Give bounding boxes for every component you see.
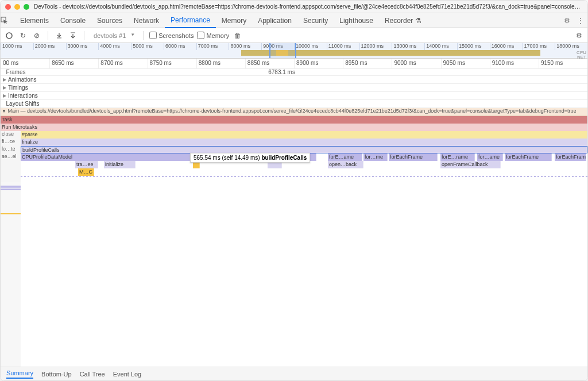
flame-openback[interactable]: open…back [328,161,363,168]
memory-checkbox[interactable]: Memory [197,32,229,39]
chevron-right-icon: ▶ [3,93,6,98]
overview-selection[interactable] [269,43,296,58]
gutter-strips [1,182,21,367]
tab-sources[interactable]: Sources [91,13,128,28]
tab-recorder[interactable]: Recorder ⚗ [379,13,427,28]
clear-button[interactable]: ⊘ [32,30,42,41]
capture-settings-icon[interactable]: ⚙ [574,30,584,41]
flame-finalize[interactable]: finalize [21,138,587,146]
flame-foreach[interactable]: forE…ame [328,153,362,161]
flame-foreach[interactable]: for…ame [477,153,503,161]
interactions-track[interactable]: ▶Interactions [1,92,587,100]
flame-parse[interactable]: #parse [21,131,587,138]
details-pane [1,182,587,367]
tab-application[interactable]: Application [252,13,297,28]
screenshots-checkbox[interactable]: Screenshots [149,32,194,39]
flame-chart[interactable]: close fi…ce lo…te se…el Task Run Microta… [1,116,587,182]
devtools-tabs: Elements Console Sources Network Perform… [1,13,587,28]
window-controls[interactable] [5,4,29,10]
maximize-window-icon[interactable] [24,4,29,10]
record-button[interactable] [4,30,14,41]
window-titlebar: DevTools - devtools://devtools/bundled/d… [1,1,587,13]
flame-traee[interactable]: tra…ee [75,161,98,168]
timeline-overview[interactable]: 1000 ms2000 ms3000 ms4000 ms5000 ms6000 … [1,43,587,59]
flask-icon: ⚗ [415,17,421,25]
chevron-right-icon: ▶ [3,85,6,90]
performance-toolbar: ↻ ⊘ devtools #1 ▼ Screenshots Memory 🗑 ⚙ [1,28,587,43]
bottom-tab-calltree[interactable]: Call Tree [80,371,105,378]
flame-cpuprofiledatamodel[interactable]: CPUProfileDataModel [21,153,190,161]
flame-mc[interactable]: M…C [78,168,94,176]
bottom-tab-bottomup[interactable]: Bottom-Up [41,371,72,378]
tab-memory[interactable]: Memory [216,13,252,28]
flame-foreach[interactable]: forEachFrame [389,153,438,161]
flame-microtasks[interactable]: Run Microtasks [1,124,587,131]
frames-track[interactable]: Frames 6783.1 ms [1,69,587,76]
tab-elements[interactable]: Elements [14,13,55,28]
tab-security[interactable]: Security [297,13,334,28]
flame-openframecallback[interactable]: openFrameCallback [440,161,501,168]
trash-icon[interactable]: 🗑 [233,30,243,41]
flame-foreach[interactable]: forE…rame [440,153,475,161]
flame-tooltip: 565.54 ms (self 14.49 ms) buildProfileCa… [190,153,310,163]
close-window-icon[interactable] [5,4,11,10]
animations-track[interactable]: ▶Animations [1,76,587,84]
timings-track[interactable]: ▶Timings [1,84,587,92]
frame-time: 6783.1 ms [268,69,295,75]
bottom-tab-eventlog[interactable]: Event Log [113,371,142,378]
flame-initialize[interactable]: initialize [104,161,136,168]
tab-console[interactable]: Console [55,13,91,28]
inspect-icon[interactable] [1,17,14,25]
main-track-header[interactable]: ▼ Main — devtools://devtools/bundled/dev… [1,108,587,116]
net-label: NET [577,55,586,60]
bottom-tab-summary[interactable]: Summary [6,370,33,379]
tab-performance[interactable]: Performance [165,13,216,28]
bottom-tabs: Summary Bottom-Up Call Tree Event Log [1,367,587,380]
svg-point-1 [6,33,12,39]
chevron-right-icon: ▶ [3,77,6,82]
flame-foreach[interactable]: forEachFrame [555,153,586,161]
tab-lighthouse[interactable]: Lighthouse [334,13,379,28]
minimize-window-icon[interactable] [14,4,20,10]
settings-icon[interactable]: ⚙ [560,17,574,25]
flame-foreach[interactable]: for…me [363,153,388,161]
tab-network[interactable]: Network [128,13,165,28]
detail-ruler[interactable]: 00 ms8650 ms8700 ms8750 ms8800 ms8850 ms… [1,59,587,69]
flame-task[interactable]: Task [1,116,587,124]
reload-button[interactable]: ↻ [18,30,28,41]
chevron-down-icon: ▼ [2,109,6,114]
flame-foreach[interactable]: forEachFrame [505,153,552,161]
chevron-down-icon: ▼ [130,32,135,37]
window-title: DevTools - devtools://devtools/bundled/d… [34,3,583,10]
profile-select[interactable]: devtools #1 ▼ [90,31,137,40]
save-profile-button[interactable] [68,30,78,41]
load-profile-button[interactable] [54,30,64,41]
layout-shifts-track[interactable]: Layout Shifts [1,100,587,108]
more-icon[interactable]: ⋮ [574,17,587,25]
